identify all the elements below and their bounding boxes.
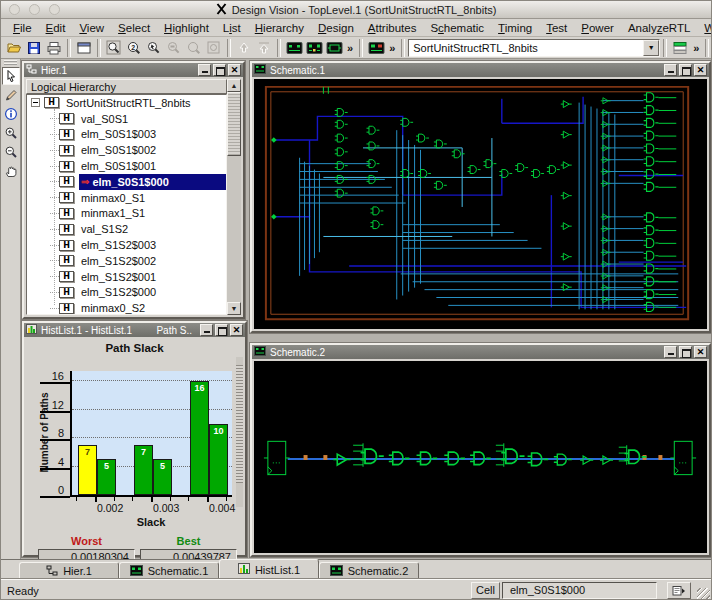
histogram-bar[interactable]: 7 [78, 445, 97, 495]
hier-window-titlebar[interactable]: Hier.1 ✕ [24, 63, 243, 77]
window-titlebar[interactable]: Design Vision - TopLevel.1 (SortUnitStru… [1, 1, 711, 19]
menu-item-power[interactable]: Power [574, 21, 621, 35]
tree-connector [50, 229, 59, 230]
minimize-button[interactable] [664, 64, 677, 76]
tree-item-label: elm_S0S1$001 [81, 160, 156, 172]
expander-icon[interactable] [31, 98, 40, 107]
schematic1-canvas[interactable] [254, 79, 707, 329]
cell-value-field[interactable]: elm_S0S1$000 [502, 582, 657, 599]
cell-history-button[interactable] [667, 582, 691, 599]
zoom-in-button[interactable] [2, 124, 20, 142]
tree-item[interactable]: Hval_S0S1 [27, 111, 226, 127]
print-button[interactable] [44, 38, 64, 58]
new-window-button[interactable] [74, 38, 94, 58]
menu-item-design[interactable]: Design [311, 21, 361, 35]
tree-item[interactable]: Helm_S0S1$001 [27, 158, 226, 174]
schematic-symbol-button[interactable] [304, 38, 324, 58]
open-file-button[interactable] [4, 38, 24, 58]
tree-item[interactable]: Helm_S1S2$000 [27, 285, 226, 301]
tab-schematic-1[interactable]: Schematic.1 [119, 562, 219, 579]
select-cursor-button[interactable] [2, 67, 20, 85]
histlist-scrollbar[interactable] [236, 357, 243, 507]
schematic1-window-titlebar[interactable]: Schematic.1 ✕ [252, 63, 709, 77]
tab-hier-1[interactable]: Hier.1 [19, 562, 119, 579]
menu-item-analyzertl[interactable]: AnalyzeRTL [621, 21, 697, 35]
minimize-button[interactable] [200, 324, 213, 336]
maximize-button[interactable] [215, 324, 228, 336]
close-button[interactable]: ✕ [694, 346, 707, 358]
tree-item[interactable]: Helm_S1S2$002 [27, 253, 226, 269]
histlist-window-titlebar[interactable]: HistList.1 - HistList.1 Path S.. ✕ [24, 323, 245, 337]
hier-window-icon [26, 64, 37, 76]
tree-item[interactable]: Hminmax0_S2 [27, 300, 226, 315]
histogram-bar[interactable]: 10 [209, 424, 228, 495]
svg-text:2: 2 [131, 43, 135, 50]
tab-schematic-2[interactable]: Schematic.2 [319, 562, 419, 579]
resize-grip[interactable] [697, 588, 710, 600]
histogram-bar[interactable]: 16 [190, 381, 209, 495]
info-button[interactable] [2, 105, 20, 123]
design-browser-button[interactable] [366, 38, 386, 58]
dropdown-icon[interactable]: ▼ [643, 40, 659, 56]
menu-item-timing[interactable]: Timing [491, 21, 539, 35]
minimize-button[interactable] [198, 64, 211, 76]
menu-item-select[interactable]: Select [111, 21, 157, 35]
tree-root-row[interactable]: HSortUnitStructRTL_8nbits [27, 95, 226, 111]
toolbar-overflow-button[interactable]: » [690, 42, 702, 54]
scrollbar-thumb[interactable] [227, 92, 241, 156]
hier-scrollbar[interactable]: ▲ ▼ [227, 79, 241, 315]
close-button[interactable]: ✕ [230, 324, 243, 336]
toolbar-overflow-button[interactable]: » [386, 42, 398, 54]
zoom-fit-button[interactable] [104, 38, 124, 58]
design-combobox[interactable]: SortUnitStructRTL_8nbits ▼ [408, 39, 660, 57]
schematic-view-button[interactable] [284, 38, 304, 58]
tree-item[interactable]: H⇒elm_S0S1$000 [27, 174, 226, 190]
toolbar-drag-handle[interactable] [4, 60, 17, 65]
histogram-bar[interactable]: 5 [97, 459, 116, 495]
maximize-button[interactable] [679, 64, 692, 76]
tab-histlist-1[interactable]: HistList.1 [219, 559, 319, 579]
schematic-fit-button[interactable] [324, 38, 344, 58]
menu-item-highlight[interactable]: Highlight [157, 21, 216, 35]
menu-item-attributes[interactable]: Attributes [361, 21, 424, 35]
tree-item[interactable]: Helm_S1S2$001 [27, 269, 226, 285]
scrollbar-thumb[interactable] [236, 365, 243, 483]
pan-hand-button[interactable] [2, 162, 20, 180]
zoom-out-button[interactable] [2, 143, 20, 161]
menu-item-file[interactable]: File [6, 21, 39, 35]
menu-item-list[interactable]: List [216, 21, 248, 35]
tree-connector [50, 134, 59, 135]
tree-item[interactable]: Hminmax0_S1 [27, 190, 226, 206]
menu-item-view[interactable]: View [72, 21, 111, 35]
schematic2-window-titlebar[interactable]: Schematic.2 ✕ [252, 345, 709, 359]
hier-tree[interactable]: HSortUnitStructRTL_8nbitsHval_S0S1Helm_S… [26, 94, 227, 315]
worst-label: Worst [38, 535, 135, 547]
scroll-up-icon[interactable]: ▲ [227, 79, 241, 92]
menu-item-hierarchy[interactable]: Hierarchy [248, 21, 311, 35]
histogram-bar[interactable]: 5 [153, 459, 172, 495]
tree-item[interactable]: Helm_S0S1$003 [27, 127, 226, 143]
histogram-bar[interactable]: 7 [134, 445, 153, 495]
highlight-pencil-button[interactable] [2, 86, 20, 104]
close-button[interactable]: ✕ [228, 64, 241, 76]
tree-item[interactable]: Helm_S0S1$002 [27, 142, 226, 158]
tree-item[interactable]: Helm_S1S2$003 [27, 237, 226, 253]
close-button[interactable]: ✕ [694, 64, 707, 76]
zoom-pointer-button[interactable] [144, 38, 164, 58]
zoom-2x-button[interactable]: 2 [124, 38, 144, 58]
menu-item-schematic[interactable]: Schematic [423, 21, 491, 35]
display-options-button[interactable] [670, 38, 690, 58]
menu-item-window[interactable]: Window [697, 21, 712, 35]
menu-item-edit[interactable]: Edit [39, 21, 73, 35]
tree-item[interactable]: Hval_S1S2 [27, 221, 226, 237]
save-button[interactable] [24, 38, 44, 58]
schematic2-canvas[interactable] [254, 361, 707, 553]
scroll-down-icon[interactable]: ▼ [227, 302, 241, 315]
toolbar-overflow-button[interactable]: » [344, 42, 356, 54]
maximize-button[interactable] [213, 64, 226, 76]
menu-item-test[interactable]: Test [539, 21, 574, 35]
histogram-plot[interactable]: 75751610 [70, 371, 232, 497]
minimize-button[interactable] [664, 346, 677, 358]
maximize-button[interactable] [679, 346, 692, 358]
tree-item[interactable]: Hminmax1_S1 [27, 206, 226, 222]
